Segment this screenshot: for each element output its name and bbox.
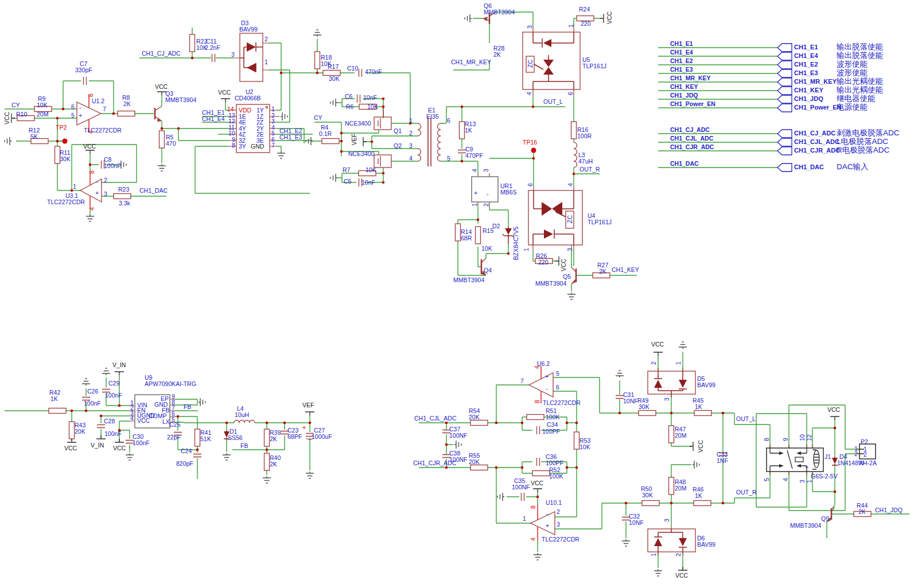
label-30k: 30K (329, 76, 340, 82)
port-name-CH1_KEY: CH1_KEY (794, 87, 823, 94)
label-10uh: 10uH (235, 412, 249, 418)
label-r18: R18 (321, 54, 332, 61)
net-label-CH1_E3: CH1_E3 (670, 67, 693, 73)
label-e1: E1 (428, 107, 435, 114)
label-zc: ZC (527, 60, 534, 68)
label-r16: R16 (577, 127, 588, 133)
label-l3: L3 (578, 152, 585, 158)
label-mmbt3904: MMBT3904 (790, 523, 821, 529)
net-label-CH1_E1: CH1_E1 (670, 41, 693, 47)
label-bav99: BAV99 (239, 26, 258, 33)
label-10k: 10K (365, 167, 376, 173)
label-2k: 2K (270, 436, 277, 442)
label-10k: 10K (481, 246, 492, 252)
label-tlc2272cdr: TLC2272CDR (47, 199, 85, 205)
label-v_in: V_IN (112, 362, 126, 368)
label-tlp161j: TLP161J (588, 219, 612, 225)
label-100pf: 100PF (542, 429, 560, 435)
label-6: 6 (447, 118, 450, 124)
label-12: 12 (228, 118, 235, 124)
label-5: 5 (764, 478, 770, 481)
label-c5: C5 (344, 178, 351, 185)
label-3: 3 (557, 521, 560, 528)
label-6: 6 (71, 104, 75, 110)
net-label-CH1_CJR_ADC: CH1_CJR_ADC (670, 144, 714, 150)
label-5: 5 (271, 130, 275, 137)
label-1k: 1K (50, 396, 58, 402)
label-3: 3 (271, 118, 275, 124)
label-zc: ZC (567, 215, 573, 223)
label-1: 1 (73, 184, 76, 190)
label-mb6s: MB6S (500, 189, 517, 196)
label-ch1_cjl_adc: CH1_CJL_ADC (414, 415, 457, 422)
label-8: 8 (764, 438, 770, 441)
label-2z: 2Z (256, 119, 263, 126)
label-0-1r: 0.1R (319, 131, 332, 137)
label-1: 1 (675, 361, 682, 365)
label-tp2: TP2 (56, 124, 67, 131)
label-c10: C10 (347, 65, 358, 72)
label: + (805, 464, 808, 470)
label-20k: 20K (75, 429, 85, 435)
label-bav99: BAV99 (697, 542, 715, 548)
label-10nf: 10nF (361, 180, 375, 186)
port-desc-CH1_JDQ: 继电器使能 (837, 95, 876, 103)
label-fb: FB (240, 443, 248, 449)
label: + (474, 190, 477, 196)
label-2: 2 (557, 509, 560, 515)
port-name-CH1_E3: CH1_E3 (794, 70, 818, 76)
label-fb: FB (184, 404, 191, 410)
label-vcc: VCC (531, 480, 543, 486)
label-10k: 10K (579, 444, 590, 450)
label-c24: C24 (181, 448, 192, 454)
label-vef: VEF (351, 134, 357, 145)
port-desc-CH1_MR_KEY: 输出光耦使能 (837, 77, 883, 85)
port-desc-CH1_KEY: 输出光耦使能 (837, 86, 883, 94)
label-820pf: 820pF (176, 461, 193, 467)
label-r46: R46 (693, 486, 703, 493)
label-4: 4 (526, 92, 532, 95)
label-2k: 2K (493, 52, 501, 58)
label-vcc: VCC (4, 112, 10, 124)
label-68pf: 68PF (287, 434, 302, 440)
label-r14: R14 (461, 229, 472, 235)
label-220: 220 (538, 259, 549, 266)
label-r42: R42 (49, 390, 60, 396)
label-d6: D6 (697, 535, 705, 542)
label: + (95, 190, 99, 196)
label-4: 4 (534, 365, 540, 369)
label-3: 3 (664, 519, 670, 522)
label-2k: 2K (270, 461, 277, 468)
label-68r: 68R (461, 235, 472, 242)
label-5k: 5K (30, 134, 38, 140)
label-vcc: VCC (675, 573, 688, 579)
label-4e: 4E (239, 119, 246, 126)
label-r7: R7 (343, 167, 350, 173)
label-c7: C7 (80, 61, 87, 67)
label-mmbt3904: MMBT3904 (165, 97, 196, 103)
label-vcc: VCC (827, 407, 840, 413)
label-c9: C9 (465, 146, 473, 153)
label-vcc: VCC (113, 445, 126, 451)
label-c26: C26 (87, 388, 98, 395)
port-desc-CH1_CJL_ADC: L电极脱落ADC (837, 138, 888, 146)
label-5: 5 (447, 155, 450, 162)
label-1: 1 (271, 106, 275, 112)
label-4z: 4Z (239, 131, 246, 138)
label-10k: 10K (37, 102, 48, 108)
label-c11: C11 (206, 38, 216, 45)
label-c28: C28 (104, 418, 115, 425)
net-label-CH1_Power_EN: CH1_Power_EN (670, 101, 715, 107)
label: + (79, 112, 82, 119)
port-desc-CH1_Power_EN: 电源使能 (837, 103, 868, 111)
label-1: 1 (568, 24, 574, 28)
label-c37: C37 (449, 426, 460, 433)
label-q4: Q4 (484, 267, 492, 274)
label-47uh: 47uH (578, 158, 593, 165)
label-5: 5 (71, 112, 75, 119)
label-4: 4 (472, 169, 478, 172)
label-ch1_dac: CH1_DAC (139, 188, 168, 194)
label-100nf: 100NF (512, 484, 530, 490)
label-14: 14 (227, 106, 234, 112)
label-vcc: VCC (137, 418, 150, 424)
